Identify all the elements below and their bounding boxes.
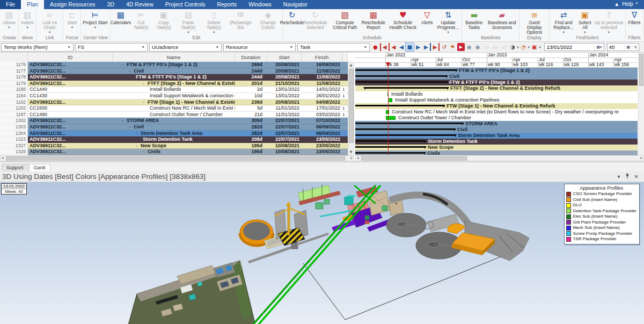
speed-gauge-button[interactable]: ◔ (519, 43, 528, 51)
gantt-row[interactable]: FTFT (Stage 2) - New Channel & Existing … (355, 85, 638, 91)
baseline-tasks-button[interactable]: ▬Baseline Tasks (463, 9, 485, 30)
collapse-icon[interactable]: - (143, 99, 148, 105)
tab-4d-review[interactable]: 4D Review (120, 0, 159, 9)
collapse-icon[interactable]: - (143, 149, 148, 155)
column-header-finish[interactable]: Finish (302, 53, 342, 62)
gantt-row[interactable]: Construct Outlet Tower / Chamber (355, 115, 638, 121)
column-header-start[interactable]: Start (267, 53, 302, 62)
reschedule-report-button[interactable]: ▦Reschedule Report (360, 9, 387, 30)
schedule-health-check-button[interactable]: ♥Schedule Health Check (387, 9, 419, 30)
week-input[interactable] (608, 44, 625, 50)
gantt-row[interactable]: FTW & FTFT PS's (Stage 1 & 2) (355, 68, 638, 74)
gantt-row[interactable]: Storm Detention Tank (355, 139, 638, 145)
baselines-and-scenarios-button[interactable]: ▰Baselines and Scenarios (485, 9, 518, 30)
collapse-icon[interactable]: - (143, 81, 148, 87)
week-field[interactable]: ▦⇅ (607, 43, 640, 51)
reschedule-button[interactable]: ↻Reschedule (283, 9, 301, 25)
close-icon[interactable]: ✕ (634, 174, 639, 179)
tab-file[interactable]: File (0, 0, 21, 9)
auto-sync-button[interactable]: ▣ (530, 43, 538, 51)
date-input[interactable] (545, 44, 594, 50)
tab-assign-resources[interactable]: Assign Resources (44, 0, 101, 9)
focus-mode-b-button[interactable]: ◉ (474, 43, 482, 51)
gantt-row[interactable]: STORM AREA (355, 121, 638, 127)
tab-project-controls[interactable]: Project Controls (159, 0, 211, 9)
compute-critical-path-button[interactable]: ▧Compute Critical Path (330, 9, 360, 30)
pin-icon[interactable] (625, 174, 630, 180)
stop-button[interactable]: ■ (406, 43, 414, 51)
tab-plan[interactable]: Plan (21, 0, 44, 9)
table-horizontal-scrollbar[interactable]: ◂ ▸ (0, 155, 354, 161)
table-row[interactable]: 1192ADV36911C32...-FTW (Stage 1) - New C… (0, 99, 348, 106)
spinner-icon[interactable]: ⇅ (632, 45, 639, 49)
gantt-row[interactable]: FTW (Stage 1) - New Channel & Existing R… (355, 103, 638, 109)
table-row[interactable]: 1303ADV36911C32...-Civil282d22/07/202106… (0, 124, 348, 131)
gantt-horizontal-scrollbar[interactable]: ◂ ▸ (355, 155, 644, 161)
video-mode-button[interactable]: ▶ (457, 43, 465, 51)
help-button[interactable]: Help (622, 1, 633, 7)
prev-keyframe-button[interactable]: ◀ (389, 43, 397, 51)
gantt-row[interactable]: Civil (355, 74, 638, 80)
contrast-button[interactable]: ◑ (509, 43, 517, 51)
scroll-right-icon[interactable]: ▸ (350, 156, 353, 161)
scroll-down-icon[interactable]: ▼ (348, 150, 354, 154)
collapse-icon[interactable]: - (129, 68, 134, 74)
date-field[interactable]: ▦▾ (544, 43, 604, 51)
tab-3d[interactable]: 3D (101, 0, 120, 9)
gantt-row[interactable]: Civil (355, 127, 638, 133)
alerts-button[interactable]: ▽Alerts (419, 9, 435, 25)
column-header-id[interactable]: ID (28, 53, 113, 62)
table-row[interactable]: 1202CC1500Construct New RC / Mech Wall i… (0, 105, 348, 112)
collapse-icon[interactable]: - (129, 124, 134, 130)
chevron-down-icon[interactable]: ▾ (618, 174, 620, 179)
table-row[interactable]: 1328ADV36911C32...-Civils195d10/08/20212… (0, 149, 348, 155)
skip-last-button[interactable]: ▶ (431, 43, 440, 51)
scroll-right-icon[interactable]: ▸ (640, 156, 642, 161)
profile-combo[interactable]: UUadvance▼ (149, 43, 222, 52)
flag-button[interactable]: ⚑ (449, 43, 457, 51)
collapse-icon[interactable]: - (136, 131, 141, 136)
link-type-combo[interactable]: FS▼ (75, 43, 148, 52)
task-combo[interactable]: Task▼ (297, 43, 370, 52)
gantt-row[interactable]: Storm Detention Tank Area (355, 133, 638, 139)
select-all-button[interactable]: ▣Select All▾ (577, 9, 593, 34)
column-header-blank[interactable] (342, 53, 348, 62)
filters-button[interactable]: ∇Filters (626, 9, 642, 25)
table-row[interactable]: 1304ADV36911C32...-Storm Detention Tank … (0, 131, 348, 137)
skip-first-button[interactable]: ◀ (380, 43, 389, 51)
table-row[interactable]: 1197CC1490Construct Outlet Tower / Chamb… (0, 112, 348, 118)
gantt-row[interactable]: Construct New RC / Mech Wall in Exist In… (355, 109, 638, 115)
column-header-blank[interactable] (0, 53, 28, 62)
camera-3-button[interactable]: ▭ (500, 43, 508, 51)
resource-combo[interactable]: Resource▼ (223, 43, 296, 52)
play-reverse-button[interactable]: ◀ (398, 43, 405, 51)
record-button[interactable]: ● (371, 43, 379, 51)
filter-combo[interactable]: Temp Works (Rem)▼ (1, 43, 74, 52)
bottom-tab-gantt[interactable]: Gantt (29, 164, 50, 171)
gantt-display-options-button[interactable]: ≡Gantt Display Options (520, 9, 548, 35)
camera-2-button[interactable]: ▭ (491, 43, 499, 51)
help-area[interactable]: ▲ Help ▾ (608, 0, 644, 9)
scroll-thumb[interactable] (349, 69, 354, 143)
calculator-icon[interactable]: ▦ (625, 45, 632, 49)
table-row[interactable]: 1186CC1440Install Bollards2d13/01/202214… (0, 87, 348, 93)
focus-mode-a-button[interactable]: ◉ (465, 43, 473, 51)
scroll-left-icon[interactable]: ◂ (2, 156, 4, 161)
table-row[interactable]: 1327ADV36911C32...-New Scope195d10/08/20… (0, 143, 348, 149)
tab-windows[interactable]: Windows (243, 0, 277, 9)
tab-reports[interactable]: Reports (211, 0, 243, 9)
project-start-button[interactable]: ⊨Project Start▾ (82, 9, 108, 29)
table-row[interactable]: 1302ADV36911C32...-STORM AREA305d22/07/2… (0, 118, 348, 124)
calendar-dropdown-icon[interactable]: ▦▾ (594, 45, 603, 49)
table-vertical-scrollbar[interactable]: ▲▼ (348, 62, 354, 155)
gantt-row[interactable]: Install Bollards (355, 91, 638, 97)
find-and-replace--button[interactable]: ⇄Find and Replace...▾ (550, 9, 577, 34)
collapse-icon[interactable]: - (122, 62, 127, 68)
bottom-tab-support[interactable]: Support (2, 164, 28, 171)
gantt-row[interactable]: New Scope (355, 145, 638, 150)
scroll-left-icon[interactable]: ◂ (357, 156, 359, 161)
scroll-up-icon[interactable]: ▲ (348, 63, 354, 67)
3d-viewport[interactable]: 13.01.2022 Week: 40 (0, 182, 644, 324)
column-header-name[interactable]: Name (113, 53, 235, 62)
table-row[interactable]: 1179ADV36911C32...-FTFT (Stage 2) - New … (0, 81, 348, 87)
